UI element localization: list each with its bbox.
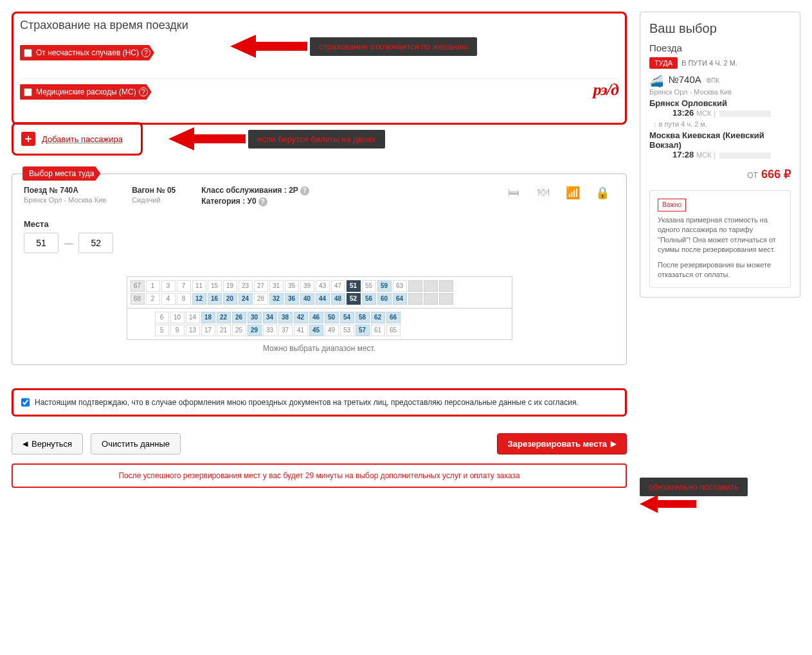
- seat-58[interactable]: 58: [356, 312, 370, 323]
- seat-21[interactable]: 21: [217, 325, 231, 336]
- seat-31[interactable]: 31: [269, 280, 284, 292]
- seat-66[interactable]: 66: [386, 312, 401, 323]
- insurance-accident-option[interactable]: От несчастных случаев (НС) ?: [20, 45, 154, 60]
- seat-13[interactable]: 13: [186, 325, 200, 336]
- insurance-accident-checkbox[interactable]: [24, 49, 32, 57]
- seat-34[interactable]: 34: [263, 312, 277, 323]
- seat-62[interactable]: 62: [371, 312, 385, 323]
- seat-3[interactable]: 3: [161, 280, 176, 292]
- seat-36[interactable]: 36: [285, 293, 299, 305]
- annotation-arrow: обязательно поставить: [640, 478, 800, 496]
- seat-51[interactable]: 51: [347, 280, 361, 292]
- seat-27[interactable]: 27: [254, 280, 268, 292]
- seat-19[interactable]: 19: [223, 280, 237, 292]
- seat-26[interactable]: 26: [232, 312, 246, 323]
- seat-53[interactable]: 53: [340, 325, 354, 336]
- seat-49[interactable]: 49: [325, 325, 339, 336]
- seat-23[interactable]: 23: [239, 280, 253, 292]
- seat-25[interactable]: 25: [232, 325, 246, 336]
- seat-2[interactable]: 2: [146, 293, 160, 305]
- seat-47[interactable]: 47: [331, 280, 345, 292]
- seat-65[interactable]: 65: [386, 325, 401, 336]
- help-icon[interactable]: ?: [300, 186, 309, 195]
- seat-9[interactable]: 9: [170, 325, 185, 336]
- consent-checkbox[interactable]: [21, 397, 30, 408]
- rzd-logo: рэ/д: [593, 80, 618, 100]
- seat-48[interactable]: 48: [331, 293, 345, 305]
- train-company: ФПК: [706, 77, 719, 84]
- coach-map: 671371115192327313539434751555963 682481…: [127, 276, 512, 353]
- seat-60[interactable]: 60: [377, 293, 392, 305]
- help-icon[interactable]: ?: [141, 48, 150, 57]
- seat-4[interactable]: 4: [161, 293, 176, 305]
- seat-28[interactable]: 28: [254, 293, 268, 305]
- help-icon[interactable]: ?: [139, 87, 148, 96]
- insurance-medical-checkbox[interactable]: [24, 88, 32, 96]
- seat-57[interactable]: 57: [356, 325, 370, 336]
- seat-32[interactable]: 32: [269, 293, 284, 305]
- seat-61[interactable]: 61: [371, 325, 385, 336]
- seat-56[interactable]: 56: [362, 293, 376, 305]
- seat-16[interactable]: 16: [208, 293, 222, 305]
- seat-6[interactable]: 6: [155, 312, 169, 323]
- insurance-section: Страхование на время поездки От несчастн…: [12, 12, 627, 125]
- selection-summary: Ваш выбор Поезда Туда В ПУТИ 4 Ч. 2 М. 🚄…: [640, 12, 800, 298]
- insurance-title: Страхование на время поездки: [20, 19, 618, 32]
- seat-44[interactable]: 44: [316, 293, 330, 305]
- seat-55[interactable]: 55: [362, 280, 376, 292]
- seat-to-input[interactable]: [78, 233, 113, 253]
- seat-14[interactable]: 14: [186, 312, 200, 323]
- seat-42[interactable]: 42: [294, 312, 308, 323]
- seat-18[interactable]: 18: [201, 312, 215, 323]
- seat-40[interactable]: 40: [300, 293, 314, 305]
- seat-52[interactable]: 52: [347, 293, 361, 305]
- seat-panel-tab: Выбор места туда: [23, 166, 100, 181]
- seat-68[interactable]: 68: [131, 293, 145, 305]
- seat-7[interactable]: 7: [177, 280, 191, 292]
- seat-43[interactable]: 43: [316, 280, 330, 292]
- seat-54[interactable]: 54: [340, 312, 354, 323]
- back-button[interactable]: ◀Вернуться: [12, 433, 83, 454]
- seat-12[interactable]: 12: [192, 293, 206, 305]
- seat-17[interactable]: 17: [201, 325, 215, 336]
- seat-blank: [439, 280, 453, 292]
- seat-33[interactable]: 33: [263, 325, 277, 336]
- plus-icon: +: [21, 132, 35, 146]
- seat-64[interactable]: 64: [393, 293, 407, 305]
- seat-8[interactable]: 8: [177, 293, 191, 305]
- reserve-button[interactable]: Зарезервировать места▶: [497, 433, 627, 454]
- seat-67[interactable]: 67: [131, 280, 145, 292]
- seat-20[interactable]: 20: [223, 293, 237, 305]
- add-passenger-button[interactable]: + Добавить пассажира: [16, 127, 138, 151]
- seat-38[interactable]: 38: [278, 312, 293, 323]
- seat-blank: [408, 280, 422, 292]
- seat-11[interactable]: 11: [192, 280, 206, 292]
- seat-63[interactable]: 63: [393, 280, 407, 292]
- seat-41[interactable]: 41: [294, 325, 308, 336]
- seat-35[interactable]: 35: [285, 280, 299, 292]
- seat-from-input[interactable]: [24, 233, 59, 253]
- seat-46[interactable]: 46: [309, 312, 323, 323]
- summary-title: Ваш выбор: [649, 21, 791, 36]
- insurance-medical-option[interactable]: Медицинские расходы (МС) ?: [20, 84, 152, 100]
- seat-59[interactable]: 59: [377, 280, 392, 292]
- seat-5[interactable]: 5: [155, 325, 169, 336]
- duration-badge: В ПУТИ 4 Ч. 2 М.: [681, 59, 737, 67]
- seat-15[interactable]: 15: [208, 280, 222, 292]
- seat-10[interactable]: 10: [170, 312, 185, 323]
- seat-37[interactable]: 37: [278, 325, 293, 336]
- seat-29[interactable]: 29: [248, 325, 262, 336]
- seat-50[interactable]: 50: [325, 312, 339, 323]
- seat-45[interactable]: 45: [309, 325, 323, 336]
- seat-39[interactable]: 39: [300, 280, 314, 292]
- seat-1[interactable]: 1: [146, 280, 160, 292]
- clear-button[interactable]: Очистить данные: [91, 433, 181, 454]
- consent-box: Настоящим подтверждаю, что в случае офор…: [12, 388, 627, 417]
- service-class: Класс обслуживания : 2Р: [201, 186, 298, 195]
- arrival-time: 17:28: [672, 150, 694, 159]
- seat-22[interactable]: 22: [217, 312, 231, 323]
- seat-30[interactable]: 30: [248, 312, 262, 323]
- seat-24[interactable]: 24: [239, 293, 253, 305]
- train-number: Поезд № 740А: [24, 186, 106, 195]
- help-icon[interactable]: ?: [258, 197, 267, 206]
